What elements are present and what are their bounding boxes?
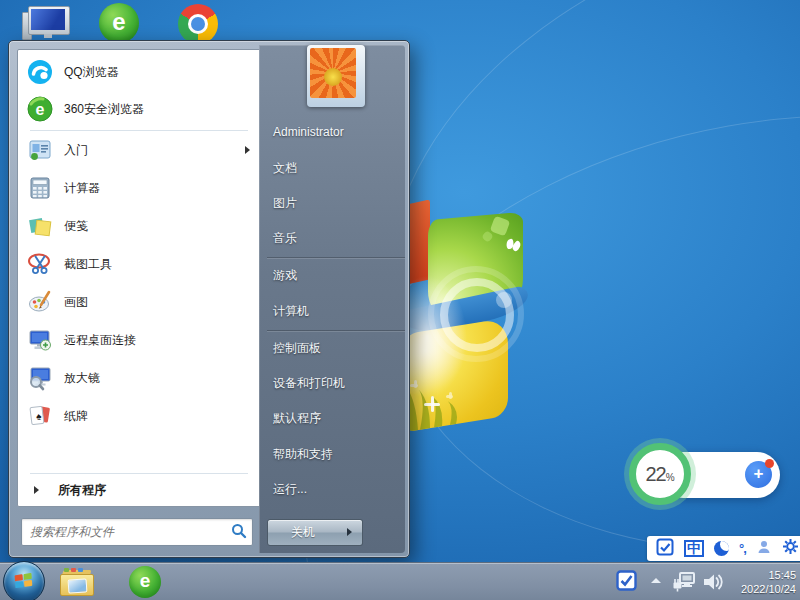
snipping-tool-icon <box>27 251 53 277</box>
ime-language-bar[interactable]: 中 °, <box>647 536 800 561</box>
submenu-arrow-icon <box>245 146 250 154</box>
computer-screen <box>31 9 65 30</box>
clock-date: 2022/10/24 <box>722 582 796 596</box>
tray-network-icon[interactable] <box>672 571 696 597</box>
ime-chinese-mode-button[interactable]: 中 <box>684 540 704 557</box>
folder-tab <box>78 568 83 572</box>
computer-stand <box>44 34 52 38</box>
memory-usage-ball[interactable]: 22% <box>629 443 691 505</box>
rightmenu-item-games[interactable]: 游戏 <box>273 263 405 287</box>
tray-360-safety-icon[interactable] <box>616 570 637 595</box>
bokeh-decor <box>496 292 512 308</box>
folder-glass-window <box>68 578 88 593</box>
sparkle-decor <box>424 396 440 412</box>
item-label: 放大镜 <box>64 360 100 396</box>
ime-user-icon[interactable] <box>756 539 772 559</box>
item-label: 画图 <box>64 284 88 320</box>
magnifier-icon <box>27 365 53 391</box>
user-avatar[interactable] <box>307 45 365 107</box>
360-e-glyph: e <box>112 8 125 35</box>
solitaire-icon: ♠ <box>27 403 53 429</box>
360-browser-icon: e <box>27 96 53 122</box>
start-menu-program-list: QQ浏览器 e 360安全浏览器 入门 计算器 <box>17 49 261 507</box>
plus-icon: + <box>754 464 764 483</box>
all-programs-button[interactable]: 所有程序 <box>18 476 260 504</box>
item-label: 纸牌 <box>64 398 88 434</box>
flag-ring-outer <box>428 266 524 362</box>
startmenu-item-360-browser[interactable]: e 360安全浏览器 <box>18 91 260 127</box>
avatar-flower-image <box>310 48 356 98</box>
item-label: 360安全浏览器 <box>64 91 144 127</box>
startmenu-item-paint[interactable]: 画图 <box>18 284 260 320</box>
search-input[interactable] <box>28 521 222 543</box>
user-name[interactable]: Administrator <box>273 120 405 144</box>
qq-browser-icon <box>27 59 53 85</box>
search-icon[interactable] <box>231 523 247 543</box>
item-label: 入门 <box>64 132 88 168</box>
start-menu: QQ浏览器 e 360安全浏览器 入门 计算器 <box>8 40 410 558</box>
desktop-icon-computer[interactable] <box>22 6 70 40</box>
rightmenu-item-devices-printers[interactable]: 设备和打印机 <box>273 371 405 395</box>
rightmenu-item-default-programs[interactable]: 默认程序 <box>273 406 405 430</box>
startmenu-item-remote-desktop[interactable]: 远程桌面连接 <box>18 322 260 358</box>
item-label: 远程桌面连接 <box>64 322 136 358</box>
all-programs-arrow-icon <box>34 486 39 494</box>
rightmenu-item-run[interactable]: 运行... <box>273 477 405 501</box>
desktop-icon-chrome[interactable] <box>178 4 218 44</box>
menu-separator <box>267 330 405 331</box>
folder-tab <box>71 568 76 572</box>
startmenu-item-snipping-tool[interactable]: 截图工具 <box>18 246 260 282</box>
sticky-notes-icon <box>27 213 53 239</box>
all-programs-label: 所有程序 <box>58 476 106 504</box>
tray-volume-icon[interactable] <box>702 572 724 596</box>
menu-separator <box>267 257 405 258</box>
windows-logo-icon <box>15 573 34 590</box>
usage-percent: 22 <box>645 463 665 485</box>
rightmenu-item-control-panel[interactable]: 控制面板 <box>273 336 405 360</box>
startmenu-item-solitaire[interactable]: ♠ 纸牌 <box>18 398 260 434</box>
folder-tab <box>64 568 69 572</box>
startmenu-item-calculator[interactable]: 计算器 <box>18 170 260 206</box>
show-hidden-icons-button[interactable] <box>651 578 661 583</box>
rightmenu-item-music[interactable]: 音乐 <box>273 226 405 250</box>
taskbar-explorer-button[interactable] <box>58 566 98 598</box>
desktop: e QQ浏览器 e 360安全浏览器 入门 <box>0 0 800 600</box>
startmenu-item-getting-started[interactable]: 入门 <box>18 132 260 168</box>
item-label: 截图工具 <box>64 246 112 282</box>
item-label: QQ浏览器 <box>64 54 119 90</box>
360-browser-icon: e <box>129 566 161 598</box>
rightmenu-item-computer[interactable]: 计算机 <box>273 299 405 323</box>
search-box[interactable] <box>21 518 253 546</box>
rightmenu-item-pictures[interactable]: 图片 <box>273 191 405 215</box>
menu-separator <box>30 473 248 474</box>
clock-time: 15:45 <box>722 568 796 582</box>
start-button[interactable] <box>3 561 45 600</box>
paint-icon <box>27 289 53 315</box>
percent-symbol: % <box>666 472 675 483</box>
remote-desktop-icon <box>27 327 53 353</box>
rightmenu-item-documents[interactable]: 文档 <box>273 156 405 180</box>
360-e-glyph: e <box>140 570 151 591</box>
chrome-blue-center <box>191 17 205 31</box>
taskbar-360-browser-button[interactable]: e <box>126 566 166 598</box>
getting-started-icon <box>27 137 53 163</box>
startmenu-item-qq-browser[interactable]: QQ浏览器 <box>18 54 260 90</box>
svg-text:e: e <box>36 101 45 118</box>
item-label: 便笺 <box>64 208 88 244</box>
notification-dot <box>765 459 774 468</box>
sparkle-decor <box>410 380 418 388</box>
shutdown-options-button[interactable] <box>338 519 363 546</box>
shutdown-button[interactable]: 关机 <box>267 519 339 546</box>
startmenu-item-magnifier[interactable]: 放大镜 <box>18 360 260 396</box>
tray-clock[interactable]: 15:45 2022/10/24 <box>722 568 796 596</box>
ime-fullwidth-moon-icon[interactable] <box>714 541 729 556</box>
ime-logo-icon[interactable] <box>656 538 674 560</box>
ime-settings-gear-icon[interactable] <box>782 538 799 559</box>
item-label: 计算器 <box>64 170 100 206</box>
menu-separator <box>30 130 248 131</box>
startmenu-item-sticky-notes[interactable]: 便笺 <box>18 208 260 244</box>
rightmenu-item-help-support[interactable]: 帮助和支持 <box>273 442 405 466</box>
desktop-icon-360-browser[interactable]: e <box>99 3 139 43</box>
sparkle-decor <box>446 392 453 399</box>
ime-punctuation-button[interactable]: °, <box>739 541 746 556</box>
